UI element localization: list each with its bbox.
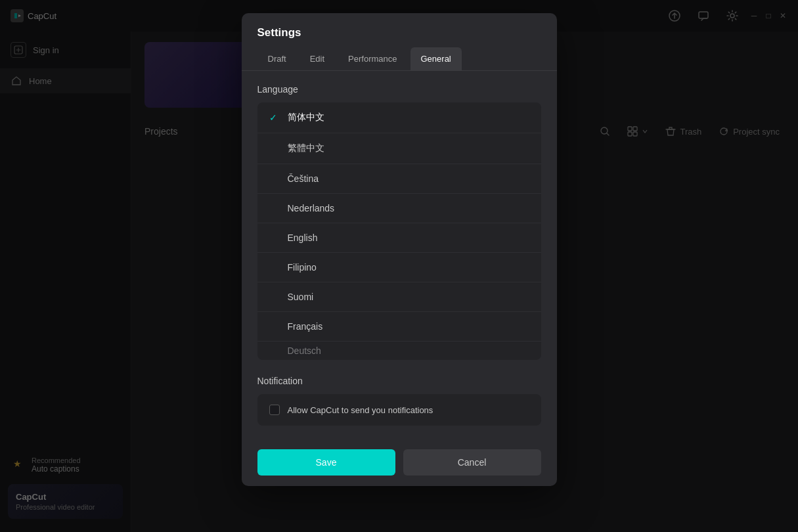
lang-item-cs[interactable]: Čeština xyxy=(257,164,541,194)
lang-name-fil: Filipino xyxy=(288,262,529,273)
dialog-title: Settings xyxy=(257,26,301,39)
notification-section-label: Notification xyxy=(257,376,541,386)
lang-item-fi[interactable]: Suomi xyxy=(257,282,541,312)
tab-performance[interactable]: Performance xyxy=(338,47,407,70)
lang-item-fr[interactable]: Français xyxy=(257,312,541,342)
lang-name-zh-hant: 繁體中文 xyxy=(288,143,529,154)
settings-dialog: Settings Draft Edit Performance General … xyxy=(242,13,557,486)
lang-item-nl[interactable]: Nederlands xyxy=(257,194,541,223)
notification-box: Allow CapCut to send you notifications xyxy=(257,394,541,426)
lang-name-fi: Suomi xyxy=(288,292,529,302)
lang-name-en: English xyxy=(288,233,529,243)
notification-text: Allow CapCut to send you notifications xyxy=(288,405,433,415)
lang-item-en[interactable]: English xyxy=(257,223,541,253)
lang-name-de: Deutsch xyxy=(288,345,529,356)
tab-edit[interactable]: Edit xyxy=(299,47,335,70)
lang-name-cs: Čeština xyxy=(288,173,529,184)
lang-name-zh-hans: 简体中文 xyxy=(288,112,529,123)
tab-draft[interactable]: Draft xyxy=(257,47,297,70)
save-button[interactable]: Save xyxy=(257,449,395,476)
language-list: ✓ 简体中文 繁體中文 Čeština Nederlands Eng xyxy=(257,102,541,360)
allow-notifications-checkbox[interactable] xyxy=(269,405,280,415)
lang-name-nl: Nederlands xyxy=(288,203,529,213)
lang-item-zh-hans[interactable]: ✓ 简体中文 xyxy=(257,102,541,133)
lang-name-fr: Français xyxy=(288,321,529,332)
dialog-header: Settings xyxy=(242,13,557,47)
lang-item-fil[interactable]: Filipino xyxy=(257,253,541,282)
lang-item-de[interactable]: Deutsch xyxy=(257,342,541,360)
language-section-label: Language xyxy=(257,84,541,95)
dialog-tabs: Draft Edit Performance General xyxy=(242,47,557,71)
cancel-button[interactable]: Cancel xyxy=(403,449,541,476)
tab-general[interactable]: General xyxy=(410,47,462,70)
dialog-body: Language ✓ 简体中文 繁體中文 Čeština Ne xyxy=(242,71,557,439)
lang-item-zh-hant[interactable]: 繁體中文 xyxy=(257,133,541,164)
dialog-footer: Save Cancel xyxy=(242,439,557,486)
check-icon-zh-hans: ✓ xyxy=(269,112,280,123)
dialog-overlay: Settings Draft Edit Performance General … xyxy=(0,0,798,532)
